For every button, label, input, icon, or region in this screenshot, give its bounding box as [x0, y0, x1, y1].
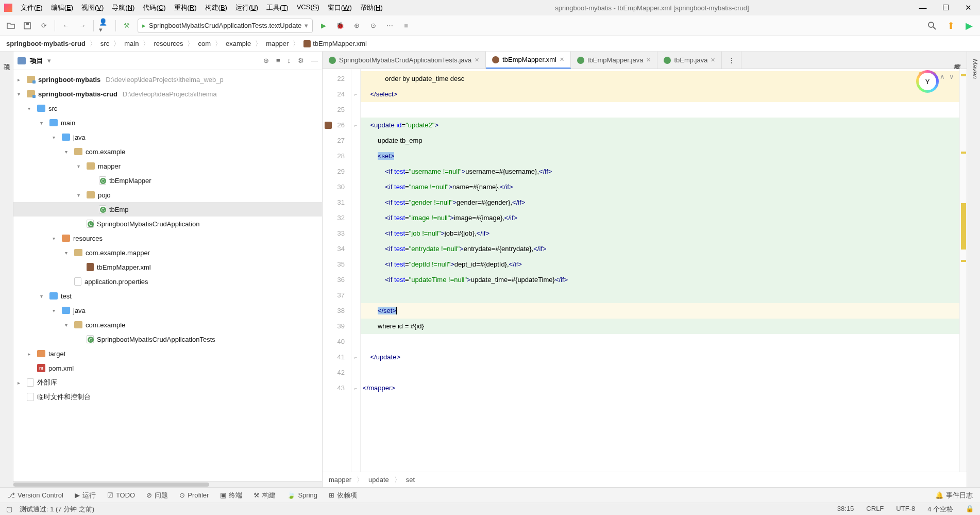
tree-node[interactable]: ▾test: [13, 289, 322, 303]
project-tree[interactable]: ▸springboot-mybatisD:\devleop\ideaProjec…: [13, 70, 322, 481]
user-icon[interactable]: 👤▾: [99, 20, 110, 31]
tree-node[interactable]: ▸外部库: [13, 375, 322, 390]
maximize-button[interactable]: ☐: [941, 3, 950, 12]
ai-assistant-icon[interactable]: Y: [916, 70, 939, 93]
close-tab-icon[interactable]: ✕: [646, 57, 651, 63]
tree-node[interactable]: tbEmpMapper: [13, 173, 322, 188]
breadcrumb-item[interactable]: mapper: [266, 40, 289, 47]
indent[interactable]: 4 个空格: [927, 505, 953, 514]
menu-item[interactable]: 导航(N): [109, 2, 138, 13]
bottom-tool-item[interactable]: ⊘问题: [146, 491, 168, 500]
forward-icon[interactable]: →: [77, 20, 88, 31]
tree-node[interactable]: ▾mapper: [13, 159, 322, 173]
tool-strip-item[interactable]: Maven: [971, 57, 979, 482]
dropdown-icon[interactable]: ▾: [47, 57, 51, 64]
close-tab-icon[interactable]: ✕: [475, 57, 479, 63]
tree-node[interactable]: SpringbootMybatisCrudApplicationTests: [13, 332, 322, 346]
breadcrumb-item[interactable]: tbEmpMapper.xml: [303, 40, 367, 48]
tree-node[interactable]: ▾com.example: [13, 144, 322, 159]
tree-node[interactable]: mpom.xml: [13, 361, 322, 375]
tree-node[interactable]: ▾springboot-mybatis-crudD:\devleop\ideaP…: [13, 87, 322, 101]
status-square-icon[interactable]: ▢: [6, 505, 12, 513]
menu-item[interactable]: 运行(U): [232, 2, 261, 13]
expand-icon[interactable]: ≡: [276, 57, 280, 64]
tree-node[interactable]: ▾com.example: [13, 318, 322, 332]
save-icon[interactable]: [22, 20, 33, 31]
menu-item[interactable]: 编辑(E): [48, 2, 76, 13]
tree-node[interactable]: ▸springboot-mybatisD:\devleop\ideaProjec…: [13, 72, 322, 87]
editor-tab[interactable]: tbEmp.java✕: [657, 52, 722, 69]
tree-node[interactable]: ▾src: [13, 101, 322, 115]
menu-item[interactable]: 窗口(W): [325, 2, 355, 13]
menu-item[interactable]: 帮助(H): [357, 2, 386, 13]
tree-node[interactable]: 临时文件和控制台: [13, 390, 322, 404]
menu-item[interactable]: 构建(B): [202, 2, 230, 13]
chevron-up-icon[interactable]: ∧: [940, 73, 945, 80]
profile-icon[interactable]: ⊙: [367, 20, 379, 31]
breadcrumb-item[interactable]: com: [198, 40, 211, 47]
hammer-icon[interactable]: ⚒: [121, 20, 132, 31]
fold-gutter[interactable]: ⌐⌐⌐⌐: [351, 69, 361, 472]
tabs-more-icon[interactable]: ⋮: [722, 52, 741, 69]
code-crumb[interactable]: mapper: [329, 476, 351, 484]
h-scrollbar[interactable]: [13, 481, 322, 487]
menu-item[interactable]: 代码(C): [140, 2, 168, 13]
menu-item[interactable]: 视图(V): [78, 2, 107, 13]
coverage-icon[interactable]: ⊕: [351, 20, 362, 31]
tree-node[interactable]: ▾main: [13, 115, 322, 130]
editor-body[interactable]: 2224252627282930313233343536373839404142…: [323, 69, 967, 472]
menu-item[interactable]: 工具(T): [263, 2, 292, 13]
tree-node[interactable]: tbEmpMapper.xml: [13, 260, 322, 274]
chevron-down-icon[interactable]: ∨: [949, 73, 954, 80]
menu-item[interactable]: 重构(R): [171, 2, 200, 13]
tree-node[interactable]: ▾com.example.mapper: [13, 245, 322, 260]
menu-item[interactable]: 文件(F): [18, 2, 46, 13]
gear-icon[interactable]: ⚙: [298, 57, 304, 64]
breadcrumb-item[interactable]: springboot-mybatis-crud: [6, 40, 86, 47]
code-area[interactable]: ⚠9 ∧ ∨ Y order by update_time desc </sel…: [361, 69, 959, 472]
bottom-tool-item[interactable]: 🍃Spring: [287, 491, 317, 499]
tree-node[interactable]: ▾pojo: [13, 188, 322, 202]
hide-icon[interactable]: —: [311, 57, 318, 64]
editor-tab[interactable]: tbEmpMapper.xml✕: [486, 52, 571, 69]
marker-bar[interactable]: [959, 69, 967, 472]
debug-icon[interactable]: 🐞: [334, 20, 346, 31]
editor-tab[interactable]: tbEmpMapper.java✕: [571, 52, 657, 69]
editor-tab[interactable]: SpringbootMybatisCrudApplicationTests.ja…: [323, 52, 486, 69]
locate-icon[interactable]: ⊕: [263, 57, 269, 64]
tree-node[interactable]: ▾resources: [13, 231, 322, 245]
bottom-tool-item[interactable]: ⚒构建: [254, 491, 276, 500]
encoding[interactable]: UTF-8: [896, 505, 915, 514]
lock-icon[interactable]: 🔒: [966, 505, 974, 514]
back-icon[interactable]: ←: [60, 20, 72, 31]
open-icon[interactable]: [5, 20, 16, 31]
bottom-tool-item[interactable]: ▶运行: [75, 491, 96, 500]
close-tab-icon[interactable]: ✕: [711, 57, 715, 63]
tree-node[interactable]: ▾java: [13, 130, 322, 144]
breadcrumb-item[interactable]: src: [100, 40, 109, 47]
code-crumb[interactable]: update: [368, 476, 389, 484]
close-tab-icon[interactable]: ✕: [560, 56, 564, 63]
stop-icon[interactable]: ■: [400, 20, 412, 31]
event-log-button[interactable]: 🔔 事件日志: [935, 491, 973, 500]
code-crumb[interactable]: set: [406, 476, 415, 484]
jetbrains-icon[interactable]: ▶: [964, 20, 975, 31]
breadcrumb-item[interactable]: resources: [154, 40, 183, 47]
search-icon[interactable]: [926, 20, 938, 31]
tree-node[interactable]: tbEmp: [13, 202, 322, 217]
collapse-icon[interactable]: ↕: [288, 57, 291, 64]
tree-node[interactable]: ▾java: [13, 303, 322, 318]
breadcrumb-item[interactable]: example: [226, 40, 251, 47]
breadcrumb-item[interactable]: main: [124, 40, 139, 47]
refresh-icon[interactable]: ⟳: [38, 20, 49, 31]
line-separator[interactable]: CRLF: [866, 505, 884, 514]
bottom-tool-item[interactable]: ☑TODO: [107, 491, 135, 499]
bottom-tool-item[interactable]: ⎇Version Control: [7, 491, 63, 499]
tool-strip-item[interactable]: 项目: [2, 57, 11, 482]
minimize-button[interactable]: —: [918, 3, 927, 12]
tree-node[interactable]: application.properties: [13, 274, 322, 289]
run-icon[interactable]: ▶: [318, 20, 329, 31]
bottom-tool-item[interactable]: ▣终端: [220, 491, 242, 500]
bottom-tool-item[interactable]: ⊞依赖项: [329, 491, 357, 500]
cursor-position[interactable]: 38:15: [837, 505, 854, 514]
